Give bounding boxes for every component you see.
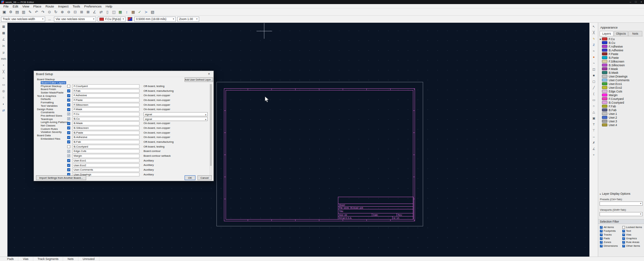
- layer-color-swatch[interactable]: [602, 37, 607, 40]
- layer-color-swatch[interactable]: [602, 71, 607, 74]
- tree-item[interactable]: Violation Severity: [36, 130, 69, 134]
- place-via-icon[interactable]: ●: [591, 54, 596, 60]
- selection-filter-item[interactable]: Vias: [622, 233, 643, 237]
- layer-type[interactable]: signal: [144, 112, 208, 116]
- appearance-layer-row[interactable]: B.Courtyard: [599, 101, 643, 104]
- page-settings-icon[interactable]: ▤: [14, 9, 20, 15]
- layer-name-field[interactable]: F.Adhesive: [72, 93, 139, 98]
- layer-name-field[interactable]: F.Silkscreen: [72, 103, 139, 107]
- layer-color-swatch[interactable]: [602, 82, 607, 85]
- viewports-select[interactable]: ▾: [600, 212, 643, 216]
- route-diff-pair-icon[interactable]: ≈: [591, 48, 596, 54]
- tree-item[interactable]: Embedded Files: [36, 137, 69, 140]
- filter-checkbox[interactable]: [600, 226, 603, 229]
- layer-enable-checkbox[interactable]: [67, 131, 70, 134]
- appearance-layer-row[interactable]: F.Mask: [599, 67, 643, 71]
- layer-name-field[interactable]: Margin: [72, 154, 139, 158]
- layer-type[interactable]: Off-board, testing: [144, 145, 209, 149]
- layer-name[interactable]: User.2: [609, 116, 617, 119]
- layer-name-field[interactable]: B.Mask: [72, 121, 139, 125]
- tree-item[interactable]: Text & Graphics: [36, 94, 69, 98]
- layer-display-icon[interactable]: ▧: [150, 9, 155, 15]
- layer-color-swatch[interactable]: [602, 101, 607, 104]
- layer-type[interactable]: On-board, non-copper: [144, 107, 209, 111]
- add-text-icon[interactable]: T: [591, 122, 596, 127]
- layer-enable-checkbox[interactable]: [67, 164, 70, 167]
- layer-type[interactable]: On-board, non-copper: [144, 103, 209, 107]
- filter-checkbox[interactable]: [622, 226, 625, 229]
- units-mil-icon[interactable]: µ: [1, 50, 6, 55]
- layer-name[interactable]: User.Eco2: [609, 86, 622, 89]
- zoom-fit-objects-icon[interactable]: ⊞: [79, 9, 84, 15]
- layer-enable-checkbox[interactable]: [67, 150, 70, 153]
- drc-icon[interactable]: ✓: [137, 9, 143, 15]
- filter-checkbox[interactable]: [600, 241, 603, 244]
- tune-length-icon[interactable]: ~: [591, 60, 596, 66]
- dialog-close-button[interactable]: ×: [205, 71, 213, 77]
- grid-toggle-icon[interactable]: ▦: [1, 24, 6, 29]
- appearance-layer-row[interactable]: F.Silkscreen: [599, 59, 643, 63]
- rule-area-icon[interactable]: ▢: [591, 79, 596, 84]
- layer-color-swatch[interactable]: [602, 41, 607, 44]
- layer-enable-checkbox[interactable]: [67, 136, 70, 139]
- layer-type[interactable]: signal: [144, 117, 208, 121]
- layer-color-swatch[interactable]: [602, 75, 607, 78]
- draw-rectangle-icon[interactable]: ▭: [591, 97, 596, 103]
- crosshair-cursor-icon[interactable]: +: [1, 63, 6, 68]
- presets-select[interactable]: ▾: [600, 202, 643, 206]
- layer-enable-checkbox[interactable]: [67, 99, 70, 102]
- dialog-scrollbar[interactable]: [210, 84, 212, 176]
- layer-name-field[interactable]: Edge.Cuts: [72, 149, 139, 153]
- zoom-in-icon[interactable]: ⊕: [59, 9, 65, 15]
- units-mm-icon[interactable]: mm: [1, 56, 6, 62]
- appearance-tab[interactable]: Objects: [614, 31, 628, 36]
- layer-name[interactable]: B.Silkscreen: [609, 64, 625, 67]
- filter-checkbox[interactable]: [600, 230, 603, 232]
- high-contrast-icon[interactable]: ◐: [1, 101, 6, 107]
- tree-item[interactable]: Solder Mask/Paste: [36, 91, 69, 94]
- selection-filter-item[interactable]: Graphics: [622, 237, 643, 240]
- appearance-layer-row[interactable]: B.Fab: [599, 108, 643, 112]
- layer-type[interactable]: On-board, non-copper: [144, 135, 209, 139]
- layer-type[interactable]: Auxiliary: [144, 163, 209, 167]
- layer-name-field[interactable]: User.Eco1: [72, 159, 139, 163]
- menu-item[interactable]: Route: [43, 4, 56, 8]
- appearance-layer-row[interactable]: F.Adhesive: [599, 45, 643, 48]
- layer-type[interactable]: Auxiliary: [144, 168, 209, 172]
- tree-item[interactable]: Constraints: [36, 111, 69, 114]
- layer-name-field[interactable]: B.Cu: [72, 117, 139, 121]
- layer-name-field[interactable]: B.Courtyard: [72, 145, 139, 149]
- zoom-out-icon[interactable]: ⊖: [66, 9, 72, 15]
- appearance-layer-row[interactable]: B.Mask: [599, 71, 643, 74]
- close-button[interactable]: ×: [639, 0, 644, 4]
- appearance-layer-row[interactable]: User.4: [599, 123, 643, 127]
- menu-item[interactable]: File: [1, 4, 11, 8]
- 3d-viewer-icon[interactable]: ▩: [130, 9, 136, 15]
- tree-item[interactable]: Teardrops: [36, 117, 69, 121]
- layer-color-swatch[interactable]: [602, 60, 607, 63]
- layer-name[interactable]: Edge.Cuts: [609, 90, 622, 93]
- layer-name[interactable]: F.Paste: [609, 52, 618, 56]
- layer-name-field[interactable]: F.Mask: [72, 107, 139, 111]
- tree-item[interactable]: Board Editor Layers: [36, 81, 69, 85]
- add-user-defined-layer-button[interactable]: Add User Defined Layer...: [185, 77, 213, 82]
- via-outline-mode-icon[interactable]: ◎: [1, 88, 6, 94]
- layer-color-swatch[interactable]: [602, 112, 607, 115]
- filter-checkbox[interactable]: [600, 237, 603, 240]
- script-console-icon[interactable]: ≻: [143, 9, 149, 15]
- tree-item[interactable]: Formatting: [36, 101, 69, 104]
- appearance-layer-row[interactable]: Edge.Cuts: [599, 89, 643, 93]
- layer-type[interactable]: On-board, non-copper: [144, 126, 209, 130]
- filter-checkbox[interactable]: [622, 237, 625, 240]
- layer-enable-checkbox[interactable]: [67, 154, 70, 157]
- layer-color-swatch[interactable]: [602, 105, 607, 108]
- layer-pair-toggle[interactable]: [127, 16, 133, 22]
- menu-item[interactable]: View: [20, 4, 31, 8]
- selection-filter-item[interactable]: Text: [622, 229, 643, 233]
- dimension-icon[interactable]: ↔: [591, 134, 596, 139]
- dialog-titlebar[interactable]: Board Setup ×: [34, 71, 213, 77]
- layer-color-swatch[interactable]: [602, 90, 607, 93]
- find-icon[interactable]: ⊙: [46, 9, 52, 15]
- grid-size-select[interactable]: 0.5000 mm (19.69 mils) ▾: [134, 17, 176, 22]
- layer-name-field[interactable]: User.Eco2: [72, 163, 139, 168]
